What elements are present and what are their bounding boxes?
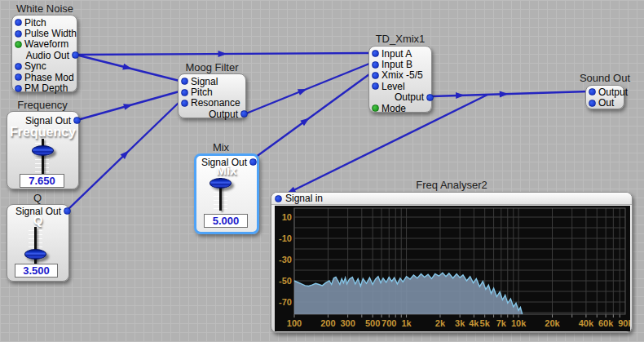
pin-dot-icon[interactable] bbox=[15, 63, 22, 70]
svg-text:-50: -50 bbox=[279, 276, 292, 286]
slider-knob[interactable] bbox=[32, 145, 54, 156]
svg-text:2k: 2k bbox=[435, 318, 446, 328]
analyser-display: 1002003005007001k2k3k4k5k7k10k20k40k60k9… bbox=[275, 206, 629, 330]
module-frequency[interactable]: Signal Out Frequency 7.650 bbox=[7, 111, 79, 189]
module-title-mix: Mix bbox=[213, 141, 229, 153]
pin-dot-icon[interactable] bbox=[15, 85, 22, 92]
pin-signal-in-label: Signal in bbox=[285, 193, 323, 204]
module-mix[interactable]: Signal Out Mix 5.000 bbox=[194, 153, 259, 234]
module-title-q: Q bbox=[33, 192, 42, 204]
value-box[interactable]: 3.500 bbox=[15, 264, 58, 278]
svg-text:-70: -70 bbox=[279, 297, 292, 307]
module-sound-out[interactable]: Output Out bbox=[585, 85, 624, 109]
svg-text:60k: 60k bbox=[598, 318, 614, 328]
pin-level[interactable]: Level bbox=[369, 81, 431, 91]
pin-dot-icon[interactable] bbox=[15, 73, 22, 81]
svg-text:100: 100 bbox=[287, 318, 302, 328]
value-box[interactable]: 7.650 bbox=[20, 174, 64, 188]
slider-caption: Frequency bbox=[7, 125, 78, 140]
slider-caption: Q bbox=[7, 213, 68, 227]
pin-output[interactable]: Output bbox=[179, 109, 245, 119]
pin-signal[interactable]: Signal bbox=[179, 76, 245, 87]
svg-text:10k: 10k bbox=[511, 318, 527, 328]
pin-sync[interactable]: Sync bbox=[12, 61, 77, 72]
module-moog-filter[interactable]: Signal Pitch Resonance Output bbox=[178, 73, 246, 118]
pin-phase-mod[interactable]: Phase Mod bbox=[12, 72, 77, 82]
pin-dot-icon[interactable] bbox=[372, 61, 379, 69]
module-title-moog-filter: Moog Filter bbox=[185, 61, 238, 73]
analyser-header[interactable]: Signal in bbox=[271, 193, 632, 205]
pin-dot-icon[interactable] bbox=[372, 50, 379, 57]
module-title-freq-analyser2: Freq Analyser2 bbox=[416, 179, 487, 191]
pin-pulse-width[interactable]: Pulse Width bbox=[12, 28, 77, 38]
module-title-sound-out: Sound Out bbox=[580, 72, 630, 84]
pin-audio-out[interactable]: Audio Out bbox=[12, 50, 77, 60]
pin-output[interactable]: Output bbox=[586, 87, 624, 97]
pin-pm-depth[interactable]: PM Depth bbox=[12, 82, 77, 93]
svg-text:3k: 3k bbox=[455, 318, 465, 328]
svg-text:200: 200 bbox=[320, 318, 335, 328]
pin-xmix[interactable]: Xmix -5/5 bbox=[369, 70, 431, 81]
module-white-noise[interactable]: Pitch Pulse Width Waveform Audio Out Syn… bbox=[11, 15, 77, 92]
pin-dot-icon[interactable] bbox=[372, 82, 379, 90]
module-title-td-xmix1: TD_Xmix1 bbox=[376, 33, 426, 45]
slider-knob[interactable] bbox=[24, 249, 46, 260]
svg-text:300: 300 bbox=[340, 318, 355, 328]
svg-text:-10: -10 bbox=[279, 233, 292, 243]
slider-caption: Mix bbox=[196, 163, 257, 177]
pin-dot-icon[interactable] bbox=[15, 30, 22, 38]
pin-dot-icon[interactable] bbox=[372, 104, 379, 112]
pin-dot-icon[interactable] bbox=[275, 195, 282, 202]
pin-dot-icon[interactable] bbox=[15, 19, 22, 26]
module-title-white-noise: White Noise bbox=[16, 2, 73, 15]
value-box[interactable]: 5.000 bbox=[204, 214, 248, 228]
svg-text:-30: -30 bbox=[279, 255, 292, 264]
pin-mode[interactable]: Mode bbox=[369, 103, 431, 113]
svg-text:10: 10 bbox=[282, 212, 292, 222]
svg-text:500: 500 bbox=[365, 318, 380, 328]
pin-dot-icon[interactable] bbox=[15, 41, 22, 48]
pin-dot-icon[interactable] bbox=[426, 94, 434, 101]
pin-dot-icon[interactable] bbox=[589, 100, 596, 107]
pin-waveform[interactable]: Waveform bbox=[12, 39, 77, 50]
pin-input-b[interactable]: Input B bbox=[369, 59, 431, 69]
pin-dot-icon[interactable] bbox=[589, 88, 596, 95]
svg-text:700: 700 bbox=[382, 318, 396, 328]
module-freq-analyser2[interactable]: Signal in 1002003005007001k2k3k4k5k7k10k… bbox=[271, 192, 633, 333]
pin-out[interactable]: Out bbox=[586, 97, 624, 108]
patch-canvas[interactable]: White Noise Pitch Pulse Width Waveform A… bbox=[0, 0, 644, 342]
pin-input-a[interactable]: Input A bbox=[369, 48, 431, 59]
module-td-xmix1[interactable]: Input A Input B Xmix -5/5 Level Output M… bbox=[368, 46, 432, 113]
spectrum-plot: 1002003005007001k2k3k4k5k7k10k20k40k60k9… bbox=[275, 206, 630, 331]
pin-output[interactable]: Output bbox=[369, 92, 431, 103]
svg-text:1k: 1k bbox=[401, 318, 412, 328]
pin-dot-icon[interactable] bbox=[181, 78, 188, 85]
svg-text:5k: 5k bbox=[480, 318, 491, 328]
pin-pitch[interactable]: Pitch bbox=[179, 87, 245, 97]
pin-dot-icon[interactable] bbox=[181, 100, 188, 107]
svg-text:7k: 7k bbox=[496, 318, 507, 328]
svg-text:90k: 90k bbox=[618, 318, 630, 328]
pin-dot-icon[interactable] bbox=[181, 89, 188, 96]
pin-resonance[interactable]: Resonance bbox=[179, 98, 245, 109]
pin-dot-icon[interactable] bbox=[372, 72, 379, 79]
svg-text:40k: 40k bbox=[579, 318, 594, 328]
module-q[interactable]: Signal Out Q 3.500 bbox=[7, 204, 69, 282]
pin-pitch[interactable]: Pitch bbox=[12, 17, 77, 28]
module-title-frequency: Frequency bbox=[17, 99, 67, 111]
slider-knob[interactable] bbox=[210, 178, 232, 189]
svg-text:4k: 4k bbox=[469, 318, 479, 328]
slider-track[interactable] bbox=[42, 139, 44, 175]
svg-text:20k: 20k bbox=[545, 318, 560, 328]
